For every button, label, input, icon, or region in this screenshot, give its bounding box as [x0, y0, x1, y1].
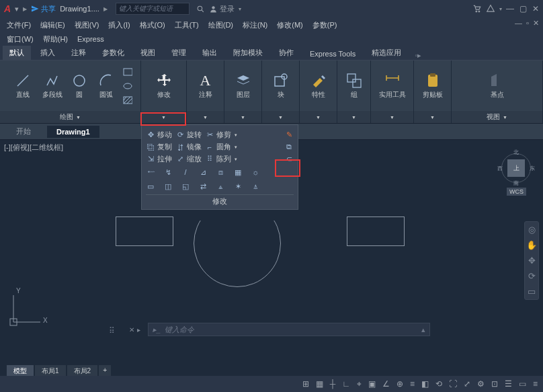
fly-copy[interactable]: ⿻复制	[146, 142, 172, 152]
mdi-restore-button[interactable]: ▫	[526, 19, 529, 28]
tool-arc[interactable]: 圆弧	[92, 73, 120, 100]
menu-format[interactable]: 格式(O)	[140, 20, 165, 30]
doc-tab-drawing1[interactable]: Drawing1	[47, 126, 99, 138]
fly-explode-icon[interactable]: ⧉	[284, 143, 294, 152]
panel-modify-label[interactable]: ▼	[141, 111, 186, 123]
view-cube[interactable]: 北 南 西 东 上 WCS	[501, 150, 531, 190]
command-line[interactable]: ▸_ 键入命令 ▴	[148, 323, 430, 336]
fly-tool5-icon[interactable]: ⧈	[216, 167, 225, 177]
fly-array[interactable]: ⠿陈列▾	[205, 154, 237, 164]
fly-tool13-icon[interactable]: ✶	[233, 182, 243, 191]
menu-view[interactable]: 视图(V)	[75, 20, 99, 30]
fly-mirror[interactable]: ⮃镜像	[175, 142, 202, 152]
tool-group[interactable]: 组	[340, 73, 368, 100]
status-custom-icon[interactable]: ≡	[533, 379, 538, 389]
mdi-close-button[interactable]: ✕	[533, 19, 539, 28]
ribbon-tab-default[interactable]: 默认	[3, 46, 31, 60]
cart-icon[interactable]	[472, 4, 482, 13]
showmotion-icon[interactable]: ▭	[528, 286, 536, 297]
fly-tool8-icon[interactable]: ▭	[146, 182, 155, 191]
ribbon-tab-view[interactable]: 视图	[134, 46, 162, 60]
status-scale-icon[interactable]: ⤢	[464, 379, 470, 389]
fly-tool2-icon[interactable]: ↯	[163, 167, 173, 177]
shape-rect-right[interactable]	[347, 217, 405, 246]
tool-basepoint[interactable]: 基点	[483, 73, 511, 100]
fly-scale[interactable]: ⤢缩放	[175, 154, 202, 164]
viewport-label[interactable]: [-][俯视][二维线框]	[4, 143, 63, 153]
status-dyn-icon[interactable]: ⊕	[396, 379, 403, 389]
share-button[interactable]: 共享	[31, 4, 56, 14]
fly-stretch[interactable]: ⇲拉伸	[146, 154, 172, 164]
status-grid-icon[interactable]: ▦	[316, 379, 323, 389]
cmd-recent-icon[interactable]: ▸	[137, 326, 140, 334]
viewcube-top[interactable]: 上	[507, 159, 525, 177]
tool-rectangle-icon[interactable]	[123, 67, 132, 77]
fly-tool4-icon[interactable]: ⊿	[198, 167, 208, 177]
panel-annotate-label[interactable]: ▼	[187, 111, 224, 123]
orbit-icon[interactable]: ⟳	[528, 271, 536, 281]
ribbon-tab-addon[interactable]: 附加模块	[226, 46, 269, 60]
minimize-button[interactable]: —	[506, 4, 514, 13]
status-model-icon[interactable]: ⊞	[302, 379, 309, 389]
ribbon-tab-collab[interactable]: 协作	[272, 46, 300, 60]
menu-draw[interactable]: 绘图(D)	[208, 20, 233, 30]
panel-utilities-label[interactable]: ▼	[371, 111, 413, 123]
shape-rect-left[interactable]	[116, 217, 173, 246]
panel-draw-label[interactable]: 绘图▼	[0, 111, 140, 123]
help-dropdown-icon[interactable]: ▾	[499, 6, 502, 12]
zoom-icon[interactable]: ✥	[528, 256, 536, 266]
panel-layer-label[interactable]: ▼	[224, 111, 261, 123]
fly-erase-icon[interactable]: ✎	[284, 130, 294, 140]
tool-annotate[interactable]: A注释	[192, 73, 220, 100]
tool-hatch-icon[interactable]	[123, 95, 132, 105]
status-snap-icon[interactable]: ┼	[330, 379, 336, 389]
menu-edit[interactable]: 编辑(E)	[40, 20, 65, 30]
menu-help[interactable]: 帮助(H)	[43, 34, 68, 44]
status-annoscale-icon[interactable]: ⛶	[449, 379, 457, 389]
wheel-icon[interactable]: ◎	[528, 225, 536, 235]
wcs-label[interactable]: WCS	[507, 188, 526, 196]
status-transparency-icon[interactable]: ◧	[421, 379, 429, 389]
menu-tools[interactable]: 工具(T)	[175, 20, 199, 30]
fly-tool6-icon[interactable]: ▦	[233, 167, 243, 177]
status-isolate-icon[interactable]: ☰	[505, 379, 512, 389]
ribbon-tab-output[interactable]: 输出	[196, 46, 224, 60]
search-icon[interactable]	[196, 5, 205, 13]
fly-tool1-icon[interactable]: ⬳	[146, 167, 155, 177]
panel-view-label[interactable]: 视图▼	[452, 111, 542, 123]
status-polar-icon[interactable]: ⌖	[357, 379, 362, 389]
fly-fillet[interactable]: ⌐圆角▾	[205, 142, 237, 152]
tool-block[interactable]: 块	[267, 73, 295, 100]
fly-tool7-icon[interactable]: ☼	[251, 167, 260, 177]
doc-caret-icon[interactable]: ▶	[103, 6, 108, 12]
tool-circle[interactable]: 圆	[68, 73, 91, 100]
grip-icon[interactable]: ⠿	[109, 326, 116, 336]
menu-modify[interactable]: 修改(M)	[277, 20, 303, 30]
mdi-minimize-button[interactable]: —	[515, 19, 522, 28]
fly-rotate[interactable]: ⟳旋转	[175, 130, 202, 140]
fly-trim[interactable]: ✂修剪▾	[205, 130, 237, 140]
menu-dim[interactable]: 标注(N)	[243, 20, 267, 30]
fly-move[interactable]: ✥移动	[146, 130, 172, 140]
ribbon-tab-insert[interactable]: 插入	[34, 46, 62, 60]
qat-dropdown-icon[interactable]: ▾	[15, 5, 19, 13]
autodesk-icon[interactable]	[486, 4, 495, 13]
tool-polyline[interactable]: 多段线	[38, 73, 67, 100]
ribbon-overflow-icon[interactable]: ◦▸	[415, 51, 421, 60]
fly-offset-icon[interactable]: ⊂	[284, 155, 294, 164]
status-cycle-icon[interactable]: ⟲	[435, 379, 442, 389]
login-caret-icon[interactable]: ▾	[239, 6, 241, 12]
status-osnap-icon[interactable]: ▣	[368, 379, 376, 389]
tool-modify[interactable]: 修改	[150, 73, 178, 100]
ribbon-tab-annotate[interactable]: 注释	[65, 46, 93, 60]
fly-tool9-icon[interactable]: ◫	[163, 182, 173, 191]
status-ortho-icon[interactable]: ∟	[342, 379, 350, 389]
ribbon-tab-parametric[interactable]: 参数化	[95, 46, 131, 60]
menu-express[interactable]: Express	[77, 35, 104, 43]
ribbon-tab-manage[interactable]: 管理	[165, 46, 193, 60]
fly-tool3-icon[interactable]: /	[181, 167, 190, 177]
fly-tool12-icon[interactable]: ⟁	[216, 182, 225, 191]
flyout-label[interactable]: 修改	[146, 194, 294, 208]
status-track-icon[interactable]: ∠	[382, 379, 390, 389]
tool-utilities[interactable]: 实用工具	[374, 73, 411, 100]
